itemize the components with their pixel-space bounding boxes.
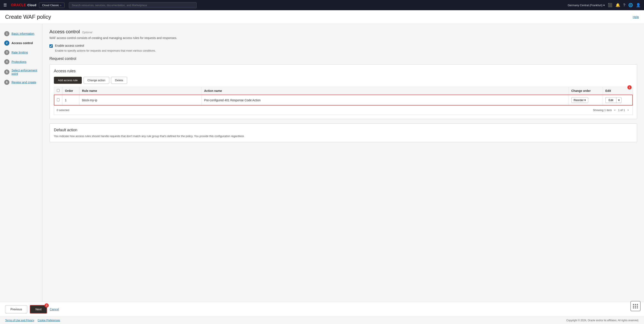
help-dot [637, 307, 638, 308]
region-label: Germany Central (Frankfurt) [568, 4, 602, 7]
region-chevron: ▾ [603, 4, 605, 7]
globe-icon[interactable]: 🌐 [628, 3, 633, 8]
help-dot [635, 304, 636, 305]
step-circle-3: 3 [4, 50, 9, 55]
terminal-icon[interactable]: ⬛ [608, 3, 612, 8]
edit-dropdown-button[interactable]: ▾ [616, 97, 622, 103]
delete-button[interactable]: Delete [111, 77, 127, 84]
add-access-rule-button[interactable]: Add access rule [54, 77, 82, 84]
sidebar-item-basic-information[interactable]: 1 Basic information [0, 29, 42, 38]
page-footer: Terms of Use and Privacy Cookie Preferen… [0, 316, 644, 324]
th-change-order: Change order [568, 87, 603, 95]
nav-right: Germany Central (Frankfurt) ▾ ⬛ 🔔 ? 🌐 👤 [568, 3, 640, 8]
row-checkbox[interactable] [57, 99, 60, 101]
oracle-logo: ORACLE Cloud [11, 3, 36, 7]
sidebar-label-access-control: Access control [12, 41, 33, 45]
help-dot [633, 307, 634, 308]
help-dot [635, 306, 636, 307]
reorder-chevron: ▾ [584, 99, 586, 102]
access-rules-card: Access rules Add access rule Change acti… [50, 64, 637, 119]
reorder-button[interactable]: Reorder ▾ [572, 97, 588, 103]
selected-count: 0 selected [57, 109, 69, 112]
edit-badge: 1 [628, 85, 632, 90]
help-dot [637, 306, 638, 307]
optional-badge: Optional [82, 31, 92, 34]
help-widget-dots [633, 304, 638, 308]
sidebar-item-rate-limiting[interactable]: 3 Rate limiting [0, 48, 42, 57]
access-rules-table: Order Rule name Action name Change order… [54, 87, 633, 106]
help-dot [633, 306, 634, 307]
enable-access-control-hint: Enable to specify actions for requests a… [55, 49, 637, 52]
next-badge: 2 [44, 303, 49, 307]
cloud-text: Cloud [28, 4, 36, 7]
pagination: Showing 1 item ‹ 1 of 1 › [593, 108, 630, 112]
row-order: 1 [62, 95, 80, 105]
th-rule-name: Rule name [80, 87, 202, 95]
reorder-label: Reorder [574, 99, 584, 102]
sidebar-label-review-create: Review and create [12, 81, 36, 84]
sidebar-item-select-enforcement[interactable]: 5 Select enforcement point [0, 67, 42, 78]
default-action-title: Default action [54, 128, 633, 132]
table-row: 1 block-my-ip Pre-configured 401 Respons… [54, 95, 632, 105]
search-input[interactable] [69, 2, 196, 8]
request-control-title: Request control [50, 57, 637, 61]
step-circle-6: 6 [4, 80, 9, 85]
sidebar-label-protections: Protections [12, 60, 26, 64]
step-circle-1: 1 [4, 31, 9, 36]
help-icon[interactable]: ? [623, 3, 625, 8]
row-change-order: Reorder ▾ [568, 95, 603, 105]
row-checkbox-cell [54, 95, 62, 105]
section-title-text: Access control [50, 29, 80, 35]
table-toolbar: Add access rule Change action Delete [54, 77, 633, 84]
sidebar-label-rate-limiting: Rate limiting [12, 51, 28, 54]
menu-icon[interactable]: ☰ [4, 3, 7, 8]
sidebar-item-protections[interactable]: 4 Protections [0, 57, 42, 67]
help-link[interactable]: Help [633, 15, 639, 19]
previous-button[interactable]: Previous [5, 305, 27, 313]
sidebar-item-review-create[interactable]: 6 Review and create [0, 78, 42, 87]
change-action-button[interactable]: Change action [84, 77, 110, 84]
step-circle-2: 2 [4, 41, 9, 46]
edit-button-group: Edit ▾ [606, 97, 630, 103]
cancel-button[interactable]: Cancel [50, 307, 59, 311]
select-all-checkbox[interactable] [57, 89, 60, 92]
help-dot [637, 304, 638, 305]
access-rules-title: Access rules [54, 69, 633, 73]
sidebar-item-access-control[interactable]: 2 Access control [0, 38, 42, 48]
sidebar-label-select-enforcement: Select enforcement point [12, 69, 38, 76]
step-circle-5: 5 [4, 70, 9, 75]
enable-access-control-label: Enable access control [55, 44, 84, 47]
help-dot [633, 304, 634, 305]
footer-bar: Previous Next 2 Cancel [0, 302, 644, 316]
step-circle-4: 4 [4, 59, 9, 64]
help-dot [635, 307, 636, 308]
cloud-classic-label: Cloud Classic [42, 4, 59, 7]
terms-link[interactable]: Terms of Use and Privacy [5, 319, 34, 322]
help-widget[interactable] [630, 301, 640, 311]
page-header: Create WAF policy Help [0, 10, 644, 24]
table-footer: 0 selected Showing 1 item ‹ 1 of 1 › [54, 106, 633, 115]
th-edit: Edit 1 [603, 87, 632, 95]
enable-access-control-row: Enable access control [50, 44, 637, 48]
sidebar: 1 Basic information 2 Access control 3 R… [0, 24, 42, 302]
page-title: Create WAF policy [5, 14, 51, 20]
main-layout: 1 Basic information 2 Access control 3 R… [0, 24, 644, 302]
next-page-button[interactable]: › [626, 108, 630, 112]
cloud-classic-button[interactable]: Cloud Classic › [39, 3, 64, 8]
edit-button[interactable]: Edit [606, 97, 616, 103]
cookie-link[interactable]: Cookie Preferences [38, 319, 60, 322]
content-area: Access control Optional WAF access contr… [42, 24, 644, 302]
sidebar-label-basic-information: Basic information [12, 32, 34, 35]
th-action-name: Action name [202, 87, 568, 95]
enable-access-control-checkbox[interactable] [50, 44, 53, 48]
prev-page-button[interactable]: ‹ [613, 108, 617, 112]
bell-icon[interactable]: 🔔 [616, 3, 620, 8]
default-action-desc: You indicate how access rules should han… [54, 135, 633, 138]
cloud-classic-chevron: › [60, 4, 61, 7]
section-title: Access control Optional [50, 29, 637, 35]
next-button-wrapper: Next 2 [30, 305, 47, 313]
user-icon[interactable]: 👤 [636, 3, 640, 8]
region-selector[interactable]: Germany Central (Frankfurt) ▾ [568, 4, 605, 7]
row-edit: Edit ▾ [603, 95, 632, 105]
copyright: Copyright © 2024, Oracle and/or its affi… [566, 319, 639, 322]
